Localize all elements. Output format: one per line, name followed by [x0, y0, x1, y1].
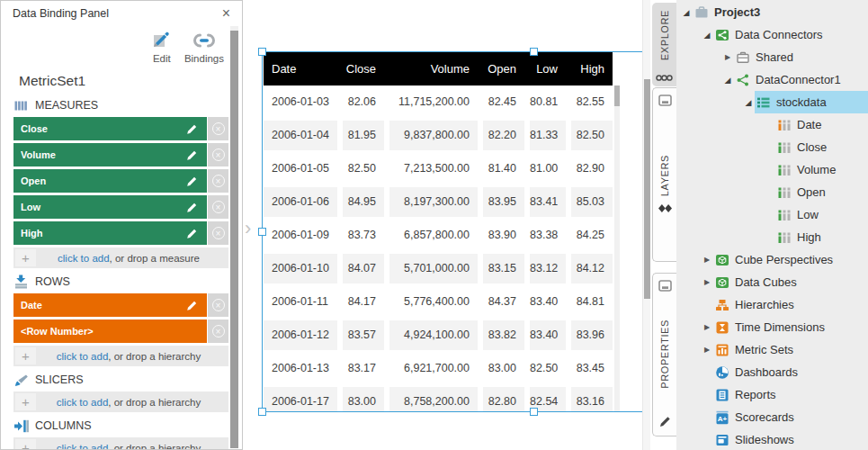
selection-handle[interactable] — [258, 408, 266, 416]
table-cell: 2006-01-05 — [264, 154, 337, 184]
column-header-high[interactable]: High — [571, 62, 613, 76]
edit-pencil-icon[interactable] — [186, 123, 198, 135]
chip-open[interactable]: Open× — [13, 169, 228, 193]
expand-arrow-icon[interactable]: ▶ — [701, 278, 713, 286]
remove-chip-button[interactable]: × — [208, 195, 228, 219]
tree-item-project3[interactable]: ◢Project3 — [676, 1, 868, 23]
tree-item-reports[interactable]: Reports — [676, 383, 868, 406]
edit-button[interactable]: Edit — [150, 30, 174, 64]
click-to-add-link[interactable]: click to add — [57, 397, 109, 408]
data-table[interactable]: DateCloseVolumeOpenLowHigh2006-01-0382.0… — [264, 51, 621, 411]
tree-item-dashboards[interactable]: Dashboards — [676, 361, 868, 383]
chip-body[interactable]: Open — [13, 169, 207, 193]
tree-item-data-cubes[interactable]: ▶Data Cubes — [676, 271, 868, 293]
table-cell: 83.96 — [571, 320, 613, 350]
edit-pencil-icon[interactable] — [186, 228, 198, 239]
canvas-scrollbar-thumb[interactable] — [644, 79, 650, 299]
remove-chip-button[interactable]: × — [208, 117, 228, 140]
table-cell: 2006-01-03 — [264, 87, 337, 117]
tree-item-close[interactable]: Close — [676, 136, 868, 158]
collapse-arrow-icon[interactable]: ◢ — [721, 76, 734, 85]
bindings-button[interactable]: Bindings — [184, 30, 224, 64]
chip-low[interactable]: Low× — [13, 195, 228, 219]
add-row-columns[interactable]: +click to add, or drop a hierarchy — [13, 437, 228, 450]
edit-pencil-icon[interactable] — [186, 202, 198, 213]
expand-arrow-icon[interactable]: ▶ — [721, 53, 734, 61]
tree-item-stockdata[interactable]: ◢stockdata — [676, 91, 868, 113]
remove-chip-button[interactable]: × — [208, 143, 228, 166]
canvas-scrollbar[interactable] — [642, 0, 650, 450]
tree-item-cube-perspectives[interactable]: ▶Cube Perspectives — [676, 248, 868, 271]
table-cell: 7,213,500.00 — [389, 154, 478, 184]
table-cell: 84.25 — [571, 220, 613, 250]
tree-item-shared[interactable]: ▶Shared — [676, 46, 868, 68]
panel-scrollbar[interactable] — [230, 26, 238, 448]
collapse-arrow-icon[interactable]: ◢ — [680, 8, 693, 17]
tree-item-scorecards[interactable]: A+Scorecards — [676, 406, 868, 428]
tree-item-metric-sets[interactable]: ▶Metric Sets — [676, 338, 868, 361]
expand-arrow-icon[interactable]: ▶ — [701, 323, 713, 331]
chip-body[interactable]: Volume — [13, 143, 207, 166]
edit-pencil-icon[interactable] — [186, 149, 198, 161]
tree-item-data-connectors[interactable]: ◢Data Connectors — [676, 23, 868, 46]
tree-item-volume[interactable]: Volume — [676, 158, 868, 181]
close-icon[interactable]: × — [219, 7, 233, 20]
remove-chip-button[interactable]: × — [208, 293, 228, 317]
tree-item-open[interactable]: Open — [676, 181, 868, 203]
column-header-volume[interactable]: Volume — [389, 62, 478, 76]
click-to-add-link[interactable]: click to add — [58, 253, 110, 264]
remove-chip-button[interactable]: × — [208, 169, 228, 193]
chip-close[interactable]: Close× — [13, 117, 228, 140]
chip-row-number[interactable]: <Row Number>× — [13, 320, 228, 343]
selection-handle[interactable] — [258, 48, 266, 56]
chip-date[interactable]: Date× — [13, 293, 228, 317]
remove-chip-button[interactable]: × — [208, 320, 228, 343]
add-row-measures[interactable]: +click to add, or drop a measure — [13, 248, 228, 268]
chip-body[interactable]: Low — [13, 195, 207, 219]
expand-arrow-icon[interactable]: ▶ — [701, 256, 713, 264]
selection-handle[interactable] — [530, 408, 538, 416]
chip-body[interactable]: <Row Number> — [13, 320, 207, 343]
collapse-arrow-icon[interactable]: ◢ — [742, 98, 755, 107]
chip-body[interactable]: Date — [13, 293, 207, 317]
tree-item-date[interactable]: Date — [676, 113, 868, 136]
table-scrollbar[interactable] — [614, 86, 620, 411]
column-header-date[interactable]: Date — [264, 62, 337, 76]
selection-handle[interactable] — [530, 48, 538, 56]
tree-item-high[interactable]: High — [676, 226, 868, 248]
chip-volume[interactable]: Volume× — [13, 143, 228, 166]
chip-high[interactable]: High× — [13, 221, 228, 245]
table-cell: 83.15 — [483, 254, 524, 284]
remove-chip-button[interactable]: × — [208, 221, 228, 245]
tab-properties[interactable]: PROPERTIES — [652, 273, 676, 436]
click-to-add-link[interactable]: click to add — [57, 443, 109, 450]
tab-explore[interactable]: EXPLORE — [652, 3, 676, 86]
selection-handle[interactable] — [258, 228, 266, 236]
chip-body[interactable]: High — [13, 221, 207, 245]
table-cell: 2006-01-09 — [264, 220, 337, 250]
tree-item-dataconnector1[interactable]: ◢DataConnector1 — [676, 68, 868, 91]
edit-pencil-icon[interactable] — [186, 176, 198, 187]
column-header-open[interactable]: Open — [483, 62, 524, 76]
remove-x-icon: × — [212, 227, 225, 239]
tree-item-hierarchies[interactable]: Hierarchies — [676, 293, 868, 316]
tree-item-time-dimensions[interactable]: ▶Time Dimensions — [676, 316, 868, 338]
panel-scrollbar-thumb[interactable] — [230, 31, 238, 448]
design-canvas[interactable]: › DateCloseVolumeOpenLowHigh2006-01-0382… — [244, 0, 642, 450]
table-scrollbar-thumb[interactable] — [614, 86, 620, 106]
column-header-close[interactable]: Close — [343, 62, 384, 76]
expand-arrow-icon[interactable]: ▶ — [701, 346, 713, 354]
edit-pencil-icon[interactable] — [186, 300, 198, 311]
column-header-low[interactable]: Low — [530, 62, 566, 76]
dock-tab-strip: EXPLORE LAYERS — [650, 0, 676, 450]
collapse-arrow-icon[interactable]: ◢ — [701, 31, 713, 40]
columns-icon — [13, 418, 30, 433]
click-to-add-link[interactable]: click to add — [57, 351, 109, 362]
tree-item-slideshows[interactable]: Slideshows — [676, 428, 868, 450]
tab-layers[interactable]: LAYERS — [652, 87, 676, 262]
tree-item-low[interactable]: Low — [676, 203, 868, 226]
add-row-rows[interactable]: +click to add, or drop a hierarchy — [13, 346, 228, 366]
add-row-slicers[interactable]: +click to add, or drop a hierarchy — [13, 392, 228, 412]
chip-body[interactable]: Close — [13, 117, 207, 140]
panel-collapse-chevron-icon[interactable]: › — [245, 219, 251, 238]
